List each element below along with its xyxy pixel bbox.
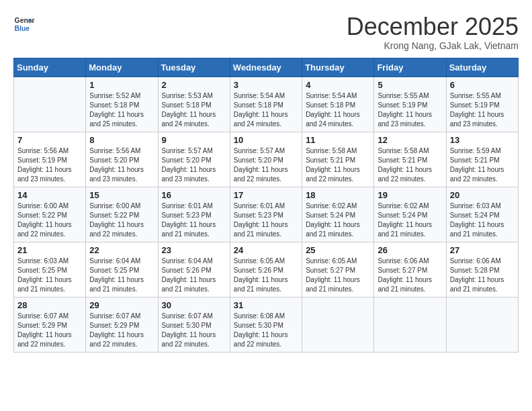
day-info: Sunrise: 6:05 AM Sunset: 5:26 PM Dayligh… bbox=[234, 257, 298, 294]
day-number: 8 bbox=[89, 135, 154, 145]
day-info: Sunrise: 6:07 AM Sunset: 5:29 PM Dayligh… bbox=[89, 312, 154, 349]
day-info: Sunrise: 5:56 AM Sunset: 5:20 PM Dayligh… bbox=[89, 146, 154, 184]
day-info: Sunrise: 6:06 AM Sunset: 5:27 PM Dayligh… bbox=[378, 257, 442, 294]
page-header: General Blue December 2025 Krong Nang, G… bbox=[13, 13, 519, 51]
week-row-1: 1Sunrise: 5:52 AM Sunset: 5:18 PM Daylig… bbox=[14, 77, 519, 132]
calendar-cell: 15Sunrise: 6:00 AM Sunset: 5:22 PM Dayli… bbox=[86, 187, 158, 242]
calendar-header-row: SundayMondayTuesdayWednesdayThursdayFrid… bbox=[14, 58, 519, 77]
day-number: 13 bbox=[450, 135, 515, 145]
day-number: 17 bbox=[234, 190, 298, 200]
weekday-header-saturday: Saturday bbox=[446, 58, 518, 77]
weekday-header-wednesday: Wednesday bbox=[230, 58, 302, 77]
day-number: 14 bbox=[17, 190, 82, 200]
calendar-cell: 16Sunrise: 6:01 AM Sunset: 5:23 PM Dayli… bbox=[158, 187, 230, 242]
calendar-cell: 12Sunrise: 5:58 AM Sunset: 5:21 PM Dayli… bbox=[374, 132, 446, 187]
day-number: 6 bbox=[450, 80, 515, 90]
calendar-cell: 19Sunrise: 6:02 AM Sunset: 5:24 PM Dayli… bbox=[374, 187, 446, 242]
logo: General Blue bbox=[13, 13, 35, 35]
day-number: 15 bbox=[89, 190, 154, 200]
month-title: December 2025 bbox=[347, 13, 519, 40]
svg-text:General: General bbox=[15, 17, 35, 24]
week-row-5: 28Sunrise: 6:07 AM Sunset: 5:29 PM Dayli… bbox=[14, 297, 519, 352]
day-number: 23 bbox=[162, 245, 226, 255]
calendar-cell bbox=[302, 297, 374, 352]
week-row-4: 21Sunrise: 6:03 AM Sunset: 5:25 PM Dayli… bbox=[14, 242, 519, 297]
calendar-cell bbox=[446, 297, 518, 352]
calendar-cell: 4Sunrise: 5:54 AM Sunset: 5:18 PM Daylig… bbox=[302, 77, 374, 132]
day-info: Sunrise: 6:06 AM Sunset: 5:28 PM Dayligh… bbox=[450, 257, 515, 294]
day-info: Sunrise: 5:54 AM Sunset: 5:18 PM Dayligh… bbox=[234, 91, 298, 129]
day-number: 2 bbox=[162, 80, 226, 90]
day-number: 11 bbox=[306, 135, 370, 145]
calendar-cell: 3Sunrise: 5:54 AM Sunset: 5:18 PM Daylig… bbox=[230, 77, 302, 132]
day-info: Sunrise: 6:05 AM Sunset: 5:27 PM Dayligh… bbox=[306, 257, 370, 294]
day-number: 12 bbox=[378, 135, 442, 145]
day-info: Sunrise: 6:04 AM Sunset: 5:25 PM Dayligh… bbox=[89, 257, 154, 294]
day-number: 30 bbox=[162, 300, 226, 310]
day-number: 21 bbox=[17, 245, 82, 255]
day-info: Sunrise: 5:56 AM Sunset: 5:19 PM Dayligh… bbox=[17, 146, 82, 184]
calendar-cell: 7Sunrise: 5:56 AM Sunset: 5:19 PM Daylig… bbox=[14, 132, 86, 187]
day-number: 24 bbox=[234, 245, 298, 255]
day-number: 3 bbox=[234, 80, 298, 90]
day-number: 18 bbox=[306, 190, 370, 200]
calendar-cell: 6Sunrise: 5:55 AM Sunset: 5:19 PM Daylig… bbox=[446, 77, 518, 132]
day-info: Sunrise: 5:57 AM Sunset: 5:20 PM Dayligh… bbox=[234, 146, 298, 184]
calendar-cell: 24Sunrise: 6:05 AM Sunset: 5:26 PM Dayli… bbox=[230, 242, 302, 297]
calendar-cell: 31Sunrise: 6:08 AM Sunset: 5:30 PM Dayli… bbox=[230, 297, 302, 352]
week-row-3: 14Sunrise: 6:00 AM Sunset: 5:22 PM Dayli… bbox=[14, 187, 519, 242]
calendar-cell: 30Sunrise: 6:07 AM Sunset: 5:30 PM Dayli… bbox=[158, 297, 230, 352]
day-number: 5 bbox=[378, 80, 442, 90]
calendar-cell: 17Sunrise: 6:01 AM Sunset: 5:23 PM Dayli… bbox=[230, 187, 302, 242]
weekday-header-monday: Monday bbox=[86, 58, 158, 77]
weekday-header-thursday: Thursday bbox=[302, 58, 374, 77]
day-info: Sunrise: 5:57 AM Sunset: 5:20 PM Dayligh… bbox=[162, 146, 226, 184]
calendar-cell: 11Sunrise: 5:58 AM Sunset: 5:21 PM Dayli… bbox=[302, 132, 374, 187]
day-info: Sunrise: 5:54 AM Sunset: 5:18 PM Dayligh… bbox=[306, 91, 370, 129]
day-info: Sunrise: 6:07 AM Sunset: 5:29 PM Dayligh… bbox=[17, 312, 82, 349]
day-info: Sunrise: 6:07 AM Sunset: 5:30 PM Dayligh… bbox=[162, 312, 226, 349]
day-info: Sunrise: 6:00 AM Sunset: 5:22 PM Dayligh… bbox=[17, 201, 82, 239]
day-info: Sunrise: 5:58 AM Sunset: 5:21 PM Dayligh… bbox=[378, 146, 442, 184]
calendar-table: SundayMondayTuesdayWednesdayThursdayFrid… bbox=[13, 58, 519, 353]
day-info: Sunrise: 6:08 AM Sunset: 5:30 PM Dayligh… bbox=[234, 312, 298, 349]
day-info: Sunrise: 6:01 AM Sunset: 5:23 PM Dayligh… bbox=[234, 201, 298, 239]
calendar-cell: 26Sunrise: 6:06 AM Sunset: 5:27 PM Dayli… bbox=[374, 242, 446, 297]
day-info: Sunrise: 5:55 AM Sunset: 5:19 PM Dayligh… bbox=[450, 91, 515, 129]
day-info: Sunrise: 5:59 AM Sunset: 5:21 PM Dayligh… bbox=[450, 146, 515, 184]
calendar-cell: 2Sunrise: 5:53 AM Sunset: 5:18 PM Daylig… bbox=[158, 77, 230, 132]
day-number: 7 bbox=[17, 135, 82, 145]
day-info: Sunrise: 6:02 AM Sunset: 5:24 PM Dayligh… bbox=[306, 201, 370, 239]
day-info: Sunrise: 5:53 AM Sunset: 5:18 PM Dayligh… bbox=[162, 91, 226, 129]
day-info: Sunrise: 6:02 AM Sunset: 5:24 PM Dayligh… bbox=[378, 201, 442, 239]
day-number: 31 bbox=[234, 300, 298, 310]
calendar-cell: 29Sunrise: 6:07 AM Sunset: 5:29 PM Dayli… bbox=[86, 297, 158, 352]
day-number: 29 bbox=[89, 300, 154, 310]
weekday-header-sunday: Sunday bbox=[14, 58, 86, 77]
day-number: 26 bbox=[378, 245, 442, 255]
day-info: Sunrise: 6:01 AM Sunset: 5:23 PM Dayligh… bbox=[162, 201, 226, 239]
day-number: 25 bbox=[306, 245, 370, 255]
day-number: 9 bbox=[162, 135, 226, 145]
calendar-cell: 23Sunrise: 6:04 AM Sunset: 5:26 PM Dayli… bbox=[158, 242, 230, 297]
day-number: 27 bbox=[450, 245, 515, 255]
calendar-cell: 14Sunrise: 6:00 AM Sunset: 5:22 PM Dayli… bbox=[14, 187, 86, 242]
day-number: 20 bbox=[450, 190, 515, 200]
calendar-cell bbox=[374, 297, 446, 352]
day-number: 4 bbox=[306, 80, 370, 90]
day-number: 28 bbox=[17, 300, 82, 310]
weekday-header-friday: Friday bbox=[374, 58, 446, 77]
calendar-body: 1Sunrise: 5:52 AM Sunset: 5:18 PM Daylig… bbox=[14, 77, 519, 352]
calendar-cell: 9Sunrise: 5:57 AM Sunset: 5:20 PM Daylig… bbox=[158, 132, 230, 187]
day-number: 1 bbox=[89, 80, 154, 90]
title-block: December 2025 Krong Nang, GJak Lak, Viet… bbox=[347, 13, 519, 51]
calendar-cell: 5Sunrise: 5:55 AM Sunset: 5:19 PM Daylig… bbox=[374, 77, 446, 132]
week-row-2: 7Sunrise: 5:56 AM Sunset: 5:19 PM Daylig… bbox=[14, 132, 519, 187]
location: Krong Nang, GJak Lak, Vietnam bbox=[347, 40, 519, 51]
day-number: 22 bbox=[89, 245, 154, 255]
calendar-cell bbox=[14, 77, 86, 132]
calendar-cell: 27Sunrise: 6:06 AM Sunset: 5:28 PM Dayli… bbox=[446, 242, 518, 297]
day-info: Sunrise: 5:52 AM Sunset: 5:18 PM Dayligh… bbox=[89, 91, 154, 129]
calendar-cell: 22Sunrise: 6:04 AM Sunset: 5:25 PM Dayli… bbox=[86, 242, 158, 297]
day-info: Sunrise: 5:58 AM Sunset: 5:21 PM Dayligh… bbox=[306, 146, 370, 184]
